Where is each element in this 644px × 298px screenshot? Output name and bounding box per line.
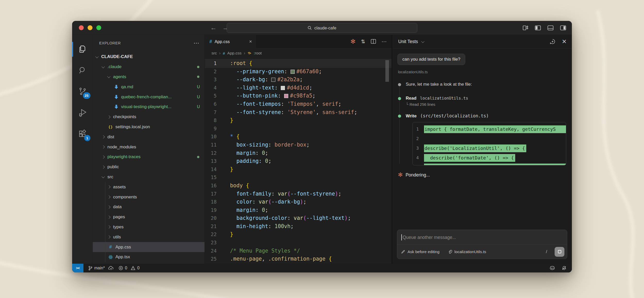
tree-item-playwright-traces[interactable]: playwright-traces <box>93 152 205 162</box>
color-swatch[interactable] <box>291 70 295 74</box>
tree-item-qa-md[interactable]: qa.mdU <box>93 82 205 92</box>
line-content: color: var(--dark-bg); <box>224 198 306 206</box>
command-center-search[interactable]: claude-cafe <box>227 23 417 33</box>
tab-appcss[interactable]: # App.css × <box>205 35 256 48</box>
explorer-more-actions-icon[interactable]: ⋯ <box>193 40 199 46</box>
copilot-icon[interactable] <box>549 265 555 271</box>
breadcrumb[interactable]: src › # App.css › :root <box>205 48 392 58</box>
tree-item-checkpoints[interactable]: checkpoints <box>93 112 205 122</box>
tree-item-src[interactable]: src <box>93 172 205 182</box>
toggle-secondary-sidebar-icon[interactable] <box>560 25 566 30</box>
code-line-4[interactable]: 4 --light-text: #d4d1cd; <box>205 84 392 92</box>
code-line-13[interactable]: 13 padding: 0; <box>205 157 392 165</box>
line-content: min-height: 100vh; <box>224 222 294 231</box>
code-line-8[interactable]: 8} <box>205 116 392 125</box>
write-file: (src/test/localization.ts) <box>420 113 489 118</box>
toggle-panel-icon[interactable] <box>547 25 554 30</box>
explorer-activity-button[interactable] <box>72 38 93 60</box>
code-area[interactable]: 1:root {2 --primary-green: #667a60;3 --d… <box>205 58 392 264</box>
customize-layout-icon[interactable] <box>523 25 528 30</box>
claude-editor-action-icon[interactable]: ✻ <box>350 38 355 45</box>
split-editor-icon[interactable] <box>371 39 376 44</box>
search-activity-button[interactable] <box>72 60 93 81</box>
code-line-11[interactable]: 11 box-sizing: border-box; <box>205 141 392 149</box>
tree-item-utils[interactable]: utils <box>93 232 205 242</box>
git-branch-item[interactable]: main* <box>88 266 114 271</box>
code-line-18[interactable]: 18 color: var(--dark-bg); <box>205 198 392 206</box>
code-line-23[interactable]: 23 <box>205 239 392 247</box>
code-line-2[interactable]: 2 --primary-green: #667a60; <box>205 68 392 76</box>
problems-item[interactable]: 0 0 <box>118 266 140 270</box>
edit-mode-selector[interactable]: Ask before editing <box>408 249 439 254</box>
slash-command-hint[interactable]: / <box>546 249 552 254</box>
open-changes-icon[interactable]: ⇅ <box>361 38 365 45</box>
close-tab-icon[interactable]: × <box>249 39 252 44</box>
source-control-activity-button[interactable]: 25 <box>72 81 93 102</box>
git-untracked-badge: U <box>197 104 200 109</box>
line-content: --button-pink: #c98fa5; <box>224 92 316 100</box>
code-line-16[interactable]: 16body { <box>205 182 392 190</box>
editor-more-actions-icon[interactable]: ⋯ <box>382 38 387 45</box>
code-line-24[interactable]: 24/* Menu Page Styles */ <box>205 247 392 255</box>
code-line-15[interactable]: 15 <box>205 173 392 182</box>
minimize-window-button[interactable] <box>88 25 92 30</box>
code-line-10[interactable]: 10* { <box>205 133 392 141</box>
code-line-20[interactable]: 20 background-color: var(--light-text); <box>205 214 392 222</box>
tree-item--claude[interactable]: .claude <box>93 62 205 72</box>
code-line-6[interactable]: 6 --font-tiempos: 'Tiempos', serif; <box>205 100 392 108</box>
tree-item-assets[interactable]: assets <box>93 182 205 192</box>
color-swatch[interactable] <box>284 94 288 98</box>
code-line-12[interactable]: 12 margin: 0; <box>205 149 392 157</box>
editor-scrollbar[interactable] <box>385 60 389 82</box>
run-debug-activity-button[interactable] <box>72 102 93 123</box>
write-step[interactable]: Write (src/test/localization.ts) 1import… <box>398 113 566 165</box>
code-line-22[interactable]: 22} <box>205 230 392 239</box>
extensions-activity-button[interactable]: 1 <box>72 123 93 144</box>
tree-item-data[interactable]: data <box>93 202 205 212</box>
tree-item-types[interactable]: types <box>93 222 205 232</box>
tree-item-app-css[interactable]: #App.css <box>93 242 205 252</box>
read-step[interactable]: Read localizationUtils.ts └ Read 256 lin… <box>398 96 566 107</box>
code-line-25[interactable]: 25.menu-page, .confirmation-page { <box>205 255 392 263</box>
new-chat-icon[interactable] <box>549 38 556 45</box>
tree-item-quebec-french-complian-[interactable]: quebec-french-complian...U <box>93 92 205 102</box>
remote-indicator[interactable]: >< <box>72 264 83 272</box>
maximize-window-button[interactable] <box>96 25 101 30</box>
tree-item-components[interactable]: components <box>93 192 205 202</box>
back-arrow-icon[interactable]: ← <box>210 24 217 31</box>
tree-item-agents[interactable]: agents <box>93 72 205 82</box>
color-swatch[interactable] <box>271 78 275 82</box>
close-panel-icon[interactable]: ✕ <box>562 38 567 45</box>
code-line-1[interactable]: 1:root { <box>205 59 392 68</box>
write-preview-diff[interactable]: 1import { formatDate, translateKey, getC… <box>412 122 566 165</box>
code-line-9[interactable]: 9 <box>205 125 392 133</box>
code-line-5[interactable]: 5 --button-pink: #c98fa5; <box>205 92 392 100</box>
code-line-17[interactable]: 17 font-family: var(--font-styrene); <box>205 190 392 198</box>
tree-item-node-modules[interactable]: node_modules <box>93 142 205 152</box>
chat-input[interactable]: Queue another message... <box>397 230 567 244</box>
line-number: 2 <box>205 68 224 76</box>
tree-item-dist[interactable]: dist <box>93 132 205 142</box>
tree-item-app-tsx[interactable]: App.tsx <box>93 252 205 262</box>
search-icon <box>78 66 87 75</box>
tree-item-visual-testing-playwright-[interactable]: visual-testing-playwright...U <box>93 102 205 112</box>
code-line-19[interactable]: 19 margin: 0; <box>205 206 392 214</box>
chevron-down-icon[interactable] <box>421 39 425 43</box>
close-window-button[interactable] <box>79 25 84 30</box>
attachment-chip[interactable]: localizationUtils.ts <box>454 249 486 254</box>
tree-item-pages[interactable]: pages <box>93 212 205 222</box>
toggle-primary-sidebar-icon[interactable] <box>535 25 541 30</box>
indent-guide <box>105 252 105 262</box>
color-swatch[interactable] <box>281 86 285 90</box>
code-line-21[interactable]: 21 min-height: 100vh; <box>205 222 392 231</box>
tree-item-settings-local-json[interactable]: {}settings.local.json <box>93 122 205 132</box>
code-line-7[interactable]: 7 --font-styrene: 'Styrene', sans-serif; <box>205 108 392 117</box>
breadcrumb-symbol: :root <box>254 51 262 55</box>
code-line-14[interactable]: 14} <box>205 165 392 174</box>
stop-button[interactable] <box>555 247 564 257</box>
tree-item-public[interactable]: public <box>93 162 205 172</box>
notifications-muted-bell-icon[interactable] <box>562 265 567 271</box>
code-line-3[interactable]: 3 --dark-bg: #2a2b2a; <box>205 76 392 84</box>
git-untracked-badge: U <box>197 85 200 89</box>
tree-item-claude-cafe[interactable]: CLAUDE-CAFE <box>93 52 205 62</box>
